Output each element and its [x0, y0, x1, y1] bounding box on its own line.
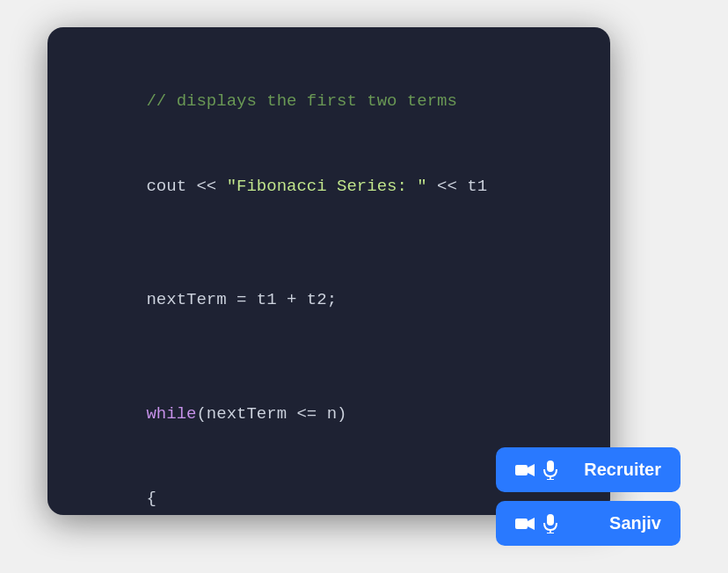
svg-marker-6 — [528, 518, 535, 530]
svg-rect-7 — [547, 514, 554, 526]
main-container: // displays the first two terms cout << … — [47, 27, 681, 546]
recruiter-icons — [515, 461, 557, 480]
code-panel: // displays the first two terms cout << … — [47, 27, 610, 515]
mic-icon-sanjiv — [543, 514, 557, 533]
code-line-comment: // displays the first two terms — [146, 91, 456, 111]
code-line-cout1: cout << "Fibonacci Series: " << t1 — [146, 177, 487, 196]
svg-rect-0 — [515, 465, 528, 475]
code-line-brace-open: { — [146, 489, 156, 508]
recruiter-name: Recruiter — [570, 460, 661, 480]
mic-icon-recruiter — [543, 461, 557, 480]
video-icon-recruiter — [515, 463, 535, 477]
participant-panel: Recruiter S — [496, 447, 681, 546]
video-icon-sanjiv — [515, 517, 535, 531]
code-line-while: while(nextTerm <= n) — [146, 404, 346, 424]
svg-marker-1 — [528, 464, 535, 476]
sanjiv-icons — [515, 514, 557, 533]
svg-rect-5 — [515, 519, 528, 529]
participant-card-recruiter[interactable]: Recruiter — [496, 447, 681, 492]
sanjiv-name: Sanjiv — [570, 513, 661, 533]
participant-card-sanjiv[interactable]: Sanjiv — [496, 501, 681, 546]
svg-rect-2 — [547, 461, 554, 472]
code-line-nextterm: nextTerm = t1 + t2; — [146, 290, 337, 309]
